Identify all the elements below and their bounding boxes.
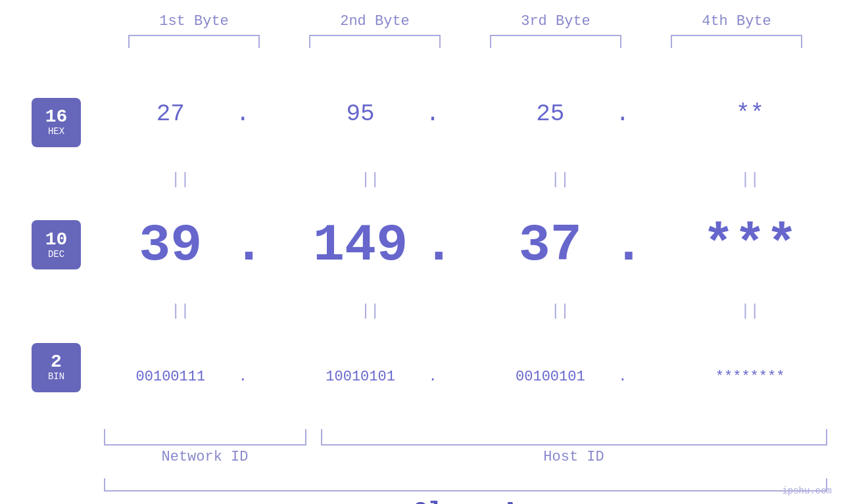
bin-badge: 2 BIN [32, 343, 81, 392]
bottom-brackets [104, 429, 827, 446]
hex-val-1: 27 [108, 101, 233, 127]
bracket-gap [306, 429, 321, 446]
equals-row-1: || || || || [85, 166, 845, 193]
hex-row: 27 . 95 . 25 . ** [85, 61, 845, 166]
id-labels: Network ID Host ID [104, 449, 827, 465]
bin-badge-label: BIN [48, 371, 64, 382]
bracket-host [321, 429, 827, 446]
bin-row: 00100111 . 10010101 . 00100101 . *******… [85, 324, 845, 429]
dec-row: 39 . 149 . 37 . *** [85, 193, 845, 298]
bin-val-1: 00100111 [108, 369, 233, 385]
dec-val-2: 149 [298, 216, 423, 275]
class-label: Class A [104, 498, 827, 504]
bracket-top-4 [671, 35, 802, 48]
equals-1-4: || [671, 171, 829, 189]
host-id-label: Host ID [321, 449, 827, 465]
hex-cell-4-group: ** [671, 101, 829, 127]
byte-header-4: 4th Byte [664, 13, 809, 30]
dec-badge-number: 10 [45, 231, 68, 249]
dec-val-4: *** [688, 216, 813, 275]
bracket-tops [104, 35, 827, 48]
bracket-top-3 [490, 35, 621, 48]
hex-val-3: 25 [488, 101, 613, 127]
byte-header-3: 3rd Byte [483, 13, 628, 30]
bin-val-2: 10010101 [298, 369, 423, 385]
watermark: ipshu.com [782, 486, 832, 496]
bin-dot-2: . [423, 369, 443, 385]
network-id-label: Network ID [104, 449, 306, 465]
dec-cell-2-group: 149 . [291, 216, 449, 275]
badges-column: 16 HEX 10 DEC 2 BIN [0, 61, 85, 429]
equals-1-3: || [481, 171, 639, 189]
hex-cell-1-group: 27 . [101, 101, 259, 127]
bin-cell-1-group: 00100111 . [101, 369, 259, 385]
equals-1-2: || [291, 171, 449, 189]
dec-cell-1-group: 39 . [101, 216, 259, 275]
bottom-section: Network ID Host ID Class A [104, 429, 827, 504]
bin-badge-number: 2 [51, 353, 62, 371]
byte-header-1: 1st Byte [122, 13, 266, 30]
bin-dot-1: . [233, 369, 253, 385]
dec-badge-label: DEC [48, 249, 64, 260]
equals-2-3: || [481, 302, 639, 320]
byte-header-2: 2nd Byte [302, 13, 447, 30]
dec-val-3: 37 [488, 216, 613, 275]
hex-cell-2-group: 95 . [291, 101, 449, 127]
hex-dot-3: . [613, 101, 633, 127]
hex-dot-1: . [233, 101, 253, 127]
dec-badge: 10 DEC [32, 220, 81, 269]
dec-cell-3-group: 37 . [481, 216, 639, 275]
equals-1-1: || [101, 171, 259, 189]
byte-headers: 1st Byte 2nd Byte 3rd Byte 4th Byte [104, 13, 827, 30]
bracket-top-1 [128, 35, 260, 48]
bin-dot-3: . [613, 369, 633, 385]
hex-badge-label: HEX [48, 126, 64, 137]
hex-cell-3-group: 25 . [481, 101, 639, 127]
bracket-gap2 [306, 449, 321, 465]
hex-val-2: 95 [298, 101, 423, 127]
main-container: 1st Byte 2nd Byte 3rd Byte 4th Byte 16 H… [0, 0, 845, 504]
equals-row-2: || || || || [85, 298, 845, 324]
data-area: 27 . 95 . 25 . ** || || || [85, 61, 845, 429]
dec-cell-4-group: *** [671, 216, 829, 275]
hex-dot-2: . [423, 101, 443, 127]
bin-val-3: 00100101 [488, 369, 613, 385]
hex-val-4: ** [688, 101, 813, 127]
hex-badge-number: 16 [45, 108, 68, 126]
bin-cell-2-group: 10010101 . [291, 369, 449, 385]
equals-2-2: || [291, 302, 449, 320]
bracket-top-2 [309, 35, 441, 48]
dec-dot-3: . [613, 216, 633, 275]
hex-badge: 16 HEX [32, 98, 81, 147]
bin-val-4: ******** [688, 369, 813, 385]
dec-dot-1: . [233, 216, 253, 275]
bin-cell-4-group: ******** [671, 369, 829, 385]
dec-val-1: 39 [108, 216, 233, 275]
bin-cell-3-group: 00100101 . [481, 369, 639, 385]
dec-dot-2: . [423, 216, 443, 275]
equals-2-4: || [671, 302, 829, 320]
bracket-network [104, 429, 306, 446]
equals-2-1: || [101, 302, 259, 320]
big-bracket [104, 478, 827, 492]
